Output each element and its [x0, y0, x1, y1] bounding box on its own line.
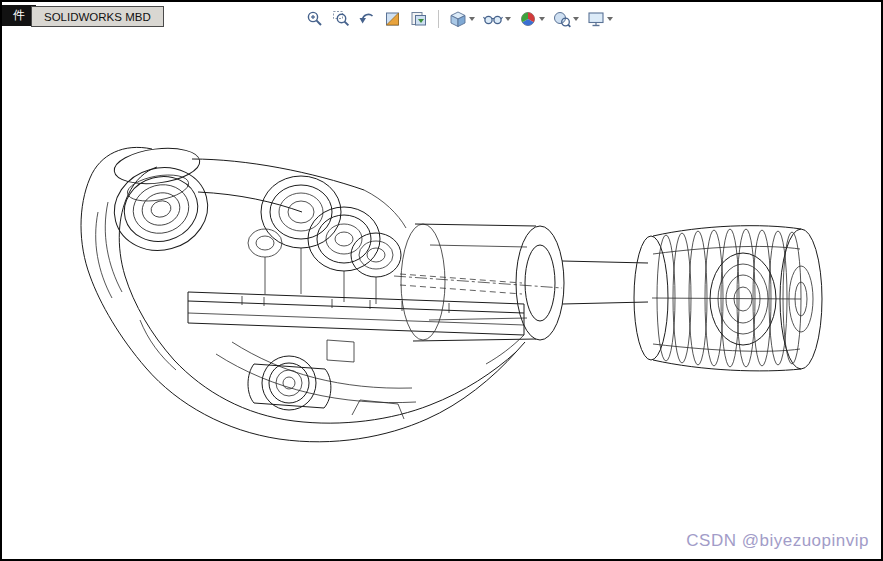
zoom-to-area-button[interactable]	[331, 9, 351, 29]
edit-appearance-button[interactable]	[518, 9, 546, 29]
zoom-to-fit-button[interactable]	[305, 9, 325, 29]
section-view-button[interactable]	[383, 9, 403, 29]
graphics-viewport[interactable]	[2, 2, 881, 559]
model-wireframe[interactable]	[2, 2, 883, 561]
knurled-knob-group	[634, 226, 822, 371]
view-orientation-dropdown-arrow-icon[interactable]	[469, 17, 475, 21]
zoom-to-area-icon	[332, 10, 350, 28]
annotation-views-button[interactable]	[409, 9, 429, 29]
previous-view-button[interactable]	[357, 9, 377, 29]
edit-appearance-icon	[519, 10, 537, 28]
left-roller-group	[105, 144, 217, 261]
heads-up-view-toolbar	[305, 8, 614, 30]
slide-bar-group	[188, 274, 562, 362]
tab-mbd-label: SOLIDWORKS MBD	[44, 11, 151, 23]
screw-shaft-group	[562, 261, 648, 304]
application-window: 件 SOLIDWORKS MBD	[0, 0, 883, 561]
top-bar: 件 SOLIDWORKS MBD	[2, 2, 881, 32]
tab-partial-label: 件	[13, 7, 25, 24]
edit-appearance-dropdown-arrow-icon[interactable]	[539, 17, 545, 21]
view-orientation-icon	[449, 10, 467, 28]
hide-show-items-button[interactable]	[482, 9, 512, 29]
csdn-watermark: CSDN @biyezuopinvip	[686, 531, 869, 551]
annotation-views-icon	[410, 10, 428, 28]
top-arm-group	[192, 159, 406, 228]
view-settings-dropdown-arrow-icon[interactable]	[607, 17, 613, 21]
view-orientation-button[interactable]	[448, 9, 476, 29]
lower-roller-group	[248, 356, 331, 410]
apply-scene-dropdown-arrow-icon[interactable]	[573, 17, 579, 21]
previous-view-icon	[358, 10, 376, 28]
view-settings-icon	[587, 10, 605, 28]
hide-show-items-dropdown-arrow-icon[interactable]	[505, 17, 511, 21]
hide-show-items-icon	[483, 10, 503, 28]
apply-scene-icon	[553, 10, 571, 28]
upper-roller-cluster-group	[248, 176, 401, 304]
tab-solidworks-mbd[interactable]: SOLIDWORKS MBD	[31, 6, 164, 27]
section-view-icon	[384, 10, 402, 28]
apply-scene-button[interactable]	[552, 9, 580, 29]
toolbar-separator	[438, 10, 439, 28]
zoom-to-fit-icon	[306, 10, 324, 28]
view-settings-button[interactable]	[586, 9, 614, 29]
